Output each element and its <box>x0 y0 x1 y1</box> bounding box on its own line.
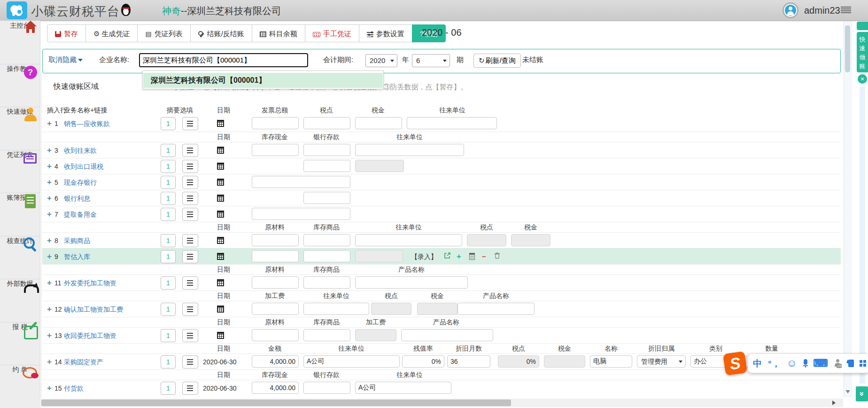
count-box[interactable]: 1 <box>161 208 176 221</box>
summary-select-button[interactable] <box>182 329 198 342</box>
insert-row-icon[interactable]: + <box>47 233 52 249</box>
asset-name-input[interactable] <box>590 355 632 368</box>
counterparty-input[interactable] <box>355 144 464 156</box>
count-box[interactable]: 1 <box>161 234 176 247</box>
save-draft-button[interactable]: 暂存 <box>47 24 86 42</box>
calendar-icon[interactable] <box>217 163 224 170</box>
parameter-settings-button[interactable]: 参数设置 <box>359 24 412 42</box>
business-link[interactable]: 确认加工物资加工费 <box>64 301 123 317</box>
ime-toolbox-icon[interactable] <box>860 360 865 367</box>
voucher-list-button[interactable]: ▤凭证列表 <box>137 24 190 42</box>
minus-icon[interactable]: − <box>482 249 486 265</box>
refresh-query-button[interactable]: ↻刷新/查询 <box>473 54 521 68</box>
count-box[interactable]: 1 <box>161 250 176 263</box>
depreciation-select[interactable]: 管理费用 <box>637 355 686 368</box>
inventory-input[interactable] <box>303 234 350 246</box>
residual-rate-input[interactable] <box>402 355 444 368</box>
inventory-input[interactable] <box>303 250 350 262</box>
raw-material-input[interactable] <box>252 329 299 341</box>
count-box[interactable]: 1 <box>161 176 176 189</box>
sidebar-item-reports[interactable]: 账簿报表 <box>0 193 40 236</box>
bank-input[interactable] <box>303 160 350 172</box>
count-box[interactable]: 1 <box>161 382 176 395</box>
counterparty-input[interactable] <box>303 303 369 315</box>
ime-keyboard-icon[interactable]: ⌨ <box>813 358 828 369</box>
company-name-input[interactable] <box>139 53 308 67</box>
calculator-icon[interactable] <box>469 253 475 260</box>
counterparty-input[interactable] <box>355 234 462 246</box>
side-tab-icon[interactable] <box>857 22 868 30</box>
summary-select-button[interactable] <box>182 208 198 221</box>
insert-row-icon[interactable]: + <box>47 301 52 317</box>
business-link[interactable]: 采购商品 <box>64 233 90 249</box>
ime-emoji-icon[interactable]: ☺ <box>787 358 797 369</box>
summary-select-button[interactable] <box>182 303 198 316</box>
counterparty-input[interactable] <box>303 355 400 368</box>
close-icon[interactable]: ✕ <box>858 74 867 84</box>
summary-select-button[interactable] <box>182 234 198 247</box>
product-name-input[interactable] <box>355 276 468 289</box>
quick-accounting-side-tab[interactable]: 快速做账 <box>857 32 868 72</box>
side-scroll-track[interactable] <box>860 86 865 384</box>
close-account-button[interactable]: 结账/反结账 <box>190 24 252 42</box>
product-name-input[interactable] <box>401 329 493 341</box>
summary-select-button[interactable] <box>182 176 198 189</box>
insert-row-icon[interactable]: + <box>47 158 52 174</box>
summary-select-button[interactable] <box>182 117 198 130</box>
calendar-icon[interactable] <box>217 147 224 154</box>
count-box[interactable]: 1 <box>161 117 176 130</box>
insert-row-icon[interactable]: + <box>47 206 52 222</box>
vertical-scrollbar[interactable] <box>844 21 852 397</box>
summary-select-button[interactable] <box>182 382 198 395</box>
business-link[interactable]: 付货款 <box>64 380 84 396</box>
year-select[interactable]: 2020 <box>365 54 397 67</box>
sidebar-item-external-data[interactable]: 外部数据 <box>0 279 40 322</box>
ime-microphone-icon[interactable] <box>803 359 807 368</box>
sidebar-item-voucher-list[interactable]: 凭证列表 <box>0 150 40 193</box>
sidebar-item-appointment[interactable]: 约 单 <box>0 365 40 408</box>
add-icon[interactable]: + <box>457 249 461 265</box>
date-value[interactable]: 2020-06-30 <box>203 354 245 370</box>
manual-voucher-button[interactable]: 手工凭证 <box>305 24 359 42</box>
count-box[interactable]: 1 <box>161 303 176 316</box>
calendar-icon[interactable] <box>217 253 224 260</box>
raw-material-input[interactable] <box>252 234 299 246</box>
summary-select-button[interactable] <box>182 144 198 157</box>
count-box[interactable]: 1 <box>161 144 176 157</box>
menu-icon[interactable] <box>841 7 851 13</box>
qq-penguin-icon[interactable] <box>121 4 131 17</box>
insert-row-icon[interactable]: + <box>47 275 52 291</box>
sogou-logo-icon[interactable]: S <box>723 351 747 376</box>
cancel-hide-toggle[interactable]: 取消隐藏 <box>48 55 83 64</box>
calendar-icon[interactable] <box>217 120 224 127</box>
bank-input[interactable] <box>303 192 350 204</box>
insert-row-icon[interactable]: + <box>47 354 52 370</box>
tax-amount-input[interactable] <box>355 117 402 129</box>
subject-balance-button[interactable]: 科目余额 <box>252 24 305 42</box>
bank-input[interactable] <box>303 144 350 156</box>
calendar-icon[interactable] <box>217 211 224 218</box>
counterparty-input[interactable] <box>407 117 497 129</box>
user-avatar[interactable] <box>783 2 798 18</box>
vertical-scrollbar-thumb[interactable] <box>845 25 850 72</box>
insert-row-icon[interactable]: + <box>47 174 52 190</box>
amount-input[interactable] <box>252 208 350 220</box>
depreciation-months-input[interactable] <box>447 355 490 368</box>
summary-select-button[interactable] <box>182 355 198 369</box>
summary-select-button[interactable] <box>182 250 198 263</box>
summary-select-button[interactable] <box>182 276 198 290</box>
business-link[interactable]: 收到往来款 <box>64 142 97 158</box>
business-link[interactable]: 提取备用金 <box>64 206 97 222</box>
ime-language-icon[interactable]: 中 <box>753 359 762 368</box>
summary-select-button[interactable] <box>182 192 198 205</box>
bank-input[interactable] <box>303 382 350 394</box>
entry-link[interactable]: 【录入】 <box>411 249 437 265</box>
generate-voucher-button[interactable]: ⚙生成凭证 <box>85 24 138 42</box>
business-link[interactable]: 采购固定资产 <box>64 354 103 370</box>
calendar-icon[interactable] <box>217 279 224 286</box>
sidebar-item-console[interactable]: 主控台 <box>0 21 40 64</box>
count-box[interactable]: 1 <box>161 355 176 369</box>
date-value[interactable]: 2020-06-30 <box>203 380 245 396</box>
ime-punctuation-icon[interactable]: °， <box>768 359 781 368</box>
calendar-icon[interactable] <box>217 179 224 186</box>
